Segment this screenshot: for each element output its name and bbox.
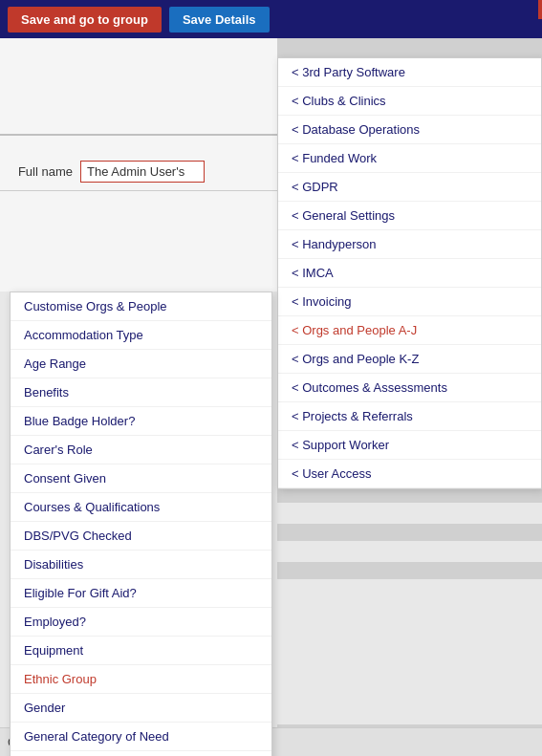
save-details-button[interactable]: Save Details <box>169 7 270 32</box>
right-dropdown-item[interactable]: < GDPR <box>278 173 541 202</box>
gray-strip-top <box>277 38 542 57</box>
right-dropdown-item[interactable]: < Support Worker <box>278 431 541 460</box>
left-dropdown-item[interactable]: General Category of Need <box>11 723 271 751</box>
left-dropdown-item[interactable]: Ethnic Group <box>11 665 271 694</box>
left-dropdown-item[interactable]: Consent Given <box>11 464 271 493</box>
left-dropdown-item[interactable]: Gender <box>11 694 271 723</box>
left-dropdown-item[interactable]: DBS/PVG Checked <box>11 522 271 551</box>
gray-box-2 <box>277 524 542 541</box>
right-dropdown-item[interactable]: < 3rd Party Software <box>278 58 541 87</box>
right-dropdown-item[interactable]: < Projects & Referrals <box>278 402 541 431</box>
right-dropdown-item[interactable]: < Funded Work <box>278 144 541 173</box>
gray-box-3 <box>277 562 542 579</box>
right-dropdown-item[interactable]: < Orgs and People K-Z <box>278 345 541 374</box>
main-content: Full name < 3rd Party Software< Clubs & … <box>0 38 542 756</box>
left-dropdown-item[interactable]: Carer's Role <box>11 436 271 464</box>
right-dropdown-item[interactable]: < Clubs & Clinics <box>278 87 541 116</box>
left-dropdown-panel: Customise Orgs & PeopleAccommodation Typ… <box>10 292 272 756</box>
right-dropdown-item[interactable]: < Orgs and People A-J <box>278 316 541 345</box>
left-dropdown-item[interactable]: Groups & Skills <box>11 751 271 756</box>
top-bar: Save and go to group Save Details <box>0 0 542 38</box>
left-dropdown-item[interactable]: Accommodation Type <box>11 321 271 350</box>
right-dropdown-item[interactable]: < IMCA <box>278 259 541 288</box>
left-dropdown-item[interactable]: Eligible For Gift Aid? <box>11 579 271 608</box>
accent-bar <box>538 0 542 19</box>
right-dropdown-item[interactable]: < User Access <box>278 460 541 488</box>
left-dropdown-item[interactable]: Equipment <box>11 637 271 665</box>
left-dropdown-item[interactable]: Benefits <box>11 378 271 407</box>
fullname-input[interactable] <box>80 161 205 183</box>
right-dropdown-item[interactable]: < General Settings <box>278 202 541 230</box>
right-dropdown-item[interactable]: < Outcomes & Assessments <box>278 374 541 402</box>
left-dropdown-item[interactable]: Blue Badge Holder? <box>11 407 271 436</box>
left-dropdown-item[interactable]: Customise Orgs & People <box>11 292 271 321</box>
save-and-go-to-group-button[interactable]: Save and go to group <box>8 7 162 32</box>
left-dropdown-item[interactable]: Age Range <box>11 350 271 378</box>
right-dropdown-item[interactable]: < Database Operations <box>278 116 541 144</box>
right-dropdown-item[interactable]: < Handyperson <box>278 230 541 259</box>
right-dropdown-item[interactable]: < Invoicing <box>278 288 541 316</box>
left-dropdown-item[interactable]: Employed? <box>11 608 271 637</box>
fullname-row: Full name <box>0 153 277 191</box>
right-dropdown-panel: < 3rd Party Software< Clubs & Clinics< D… <box>277 57 542 489</box>
divider-line-1 <box>0 134 277 136</box>
fullname-label: Full name <box>15 164 73 179</box>
left-dropdown-item[interactable]: Disabilities <box>11 551 271 579</box>
left-dropdown-item[interactable]: Courses & Qualifications <box>11 493 271 522</box>
